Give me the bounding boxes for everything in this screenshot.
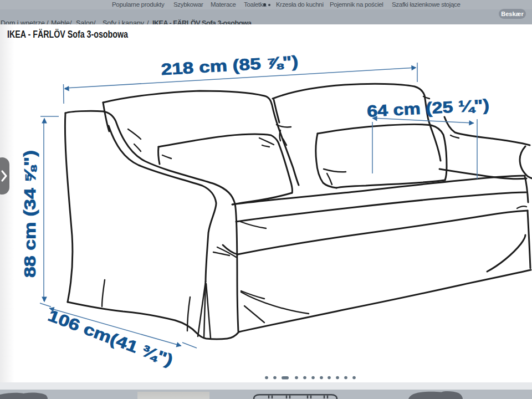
svg-text:218 cm (85 ⅞"): 218 cm (85 ⅞"): [161, 53, 299, 79]
svg-text:88 cm (34 ⅝"): 88 cm (34 ⅝"): [21, 150, 39, 278]
svg-text:64 cm (25 ¼"): 64 cm (25 ¼"): [366, 96, 489, 120]
